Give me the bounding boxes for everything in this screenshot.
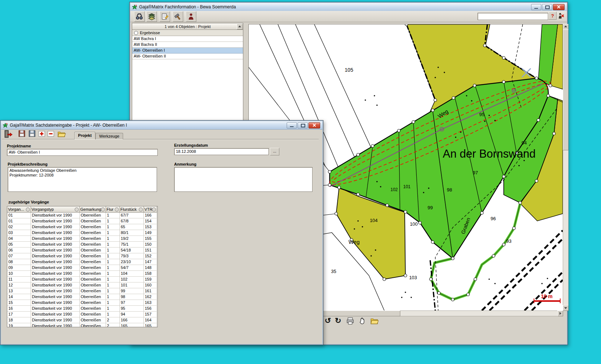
exit-person-icon (558, 12, 565, 19)
tools-button[interactable] (173, 11, 183, 22)
object-list-item[interactable]: AW- Oberreißen II (132, 54, 243, 59)
sort-icon[interactable] (115, 207, 119, 211)
map-label: Weg (349, 239, 360, 245)
table-row[interactable]: 09Dienstbarkeit vor 1990Oberreißen154/71… (7, 265, 157, 271)
table-row[interactable]: 17Dienstbarkeit vor 1990Oberreißen194157 (7, 312, 157, 317)
table-row[interactable]: 08Dienstbarkeit vor 1990Oberreißen123/10… (7, 259, 157, 265)
vertical-thumb[interactable] (563, 29, 569, 150)
table-row[interactable]: 18Dienstbarkeit vor 1990Oberreißen216616… (7, 317, 157, 323)
add-record-button[interactable] (38, 130, 46, 138)
table-header-row: Vorgan... Vorgangstyp Gemarkung Flur Flu… (7, 206, 157, 213)
table-row[interactable]: 07Dienstbarkeit vor 1990Oberreißen179/31… (7, 253, 157, 259)
erstellungsdatum-input[interactable]: 18.12.2008 (174, 148, 269, 155)
table-row[interactable]: 01Dienstbarkeit vor 1990Oberreißen167/81… (7, 218, 157, 224)
rotate-left-icon: ↺ (325, 316, 331, 325)
sort-icon[interactable] (152, 207, 156, 211)
radio-icon (134, 31, 138, 35)
maximize-button[interactable] (298, 122, 308, 128)
projektname-input[interactable]: AW- Oberreißen I (7, 149, 158, 156)
table-row[interactable]: 11Dienstbarkeit vor 1990Oberreißen110215… (7, 277, 157, 282)
table-row[interactable]: 03Dienstbarkeit vor 1990Oberreißen180/11… (7, 230, 157, 236)
help-button[interactable]: ? (549, 12, 557, 20)
scroll-up-button[interactable] (563, 24, 569, 30)
save-all-icon (28, 130, 36, 138)
results-filter-row[interactable]: Ergebnisse (132, 30, 243, 36)
column-header[interactable]: VTR (144, 206, 157, 213)
edit-data-button[interactable] (160, 11, 170, 22)
anmerkung-textarea[interactable] (174, 167, 313, 192)
minimize-button[interactable] (287, 122, 297, 128)
sort-icon[interactable] (101, 207, 105, 211)
object-list-item-selected[interactable]: AW- Oberreißen I (132, 48, 243, 54)
map-label: 100 (410, 221, 418, 227)
table-row[interactable]: 10Dienstbarkeit vor 1990Oberreißen110415… (7, 271, 157, 277)
close-button[interactable] (553, 4, 565, 10)
search-objects-button[interactable] (134, 11, 145, 22)
search-input[interactable] (478, 13, 548, 20)
map-label: 102 (390, 187, 398, 192)
open-record-button[interactable] (57, 130, 66, 138)
map-label: 105 (345, 67, 353, 73)
save-icon (18, 130, 26, 138)
object-list-item[interactable]: AW Bachra I (132, 36, 243, 42)
map-vertical-scrollbar[interactable] (563, 24, 569, 311)
tab-projekt[interactable]: Projekt (74, 132, 95, 139)
table-row[interactable]: 13Dienstbarkeit vor 1990Oberreißen199161 (7, 288, 157, 294)
titlebar[interactable]: Gaja®Matrix Sachdateneingabe - Projekt -… (1, 121, 322, 130)
scroll-right-button[interactable] (557, 310, 563, 316)
person-button[interactable] (186, 11, 196, 22)
save-button[interactable] (18, 130, 26, 138)
save-all-button[interactable] (28, 130, 36, 138)
table-row[interactable]: 19Dienstbarkeit vor 1990Oberreißen216516… (7, 323, 157, 328)
object-list-item[interactable]: AW Bachra II (132, 42, 243, 48)
table-row[interactable]: 12Dienstbarkeit vor 1990Oberreißen110116… (7, 282, 157, 288)
titlebar[interactable]: Gaja®Matrix Fachinformation - Bewa Soemm… (130, 3, 567, 11)
close-button[interactable] (309, 122, 320, 128)
entry-toolbar (1, 129, 322, 139)
map-label: An der Bornswand (443, 147, 535, 160)
sort-icon[interactable] (26, 207, 30, 211)
tab-werkzeuge[interactable]: Werkzeuge (95, 133, 123, 139)
table-row[interactable]: 16Dienstbarkeit vor 1990Oberreißen195156 (7, 306, 157, 312)
minimize-button[interactable] (531, 4, 541, 10)
sort-icon[interactable] (139, 207, 143, 211)
table-row[interactable]: 06Dienstbarkeit vor 1990Oberreißen154/18… (7, 248, 157, 253)
exit-application-button[interactable] (557, 12, 565, 19)
table-row[interactable]: 05Dienstbarkeit vor 1990Oberreißen175/11… (7, 242, 157, 248)
maximize-button[interactable] (542, 4, 552, 10)
map-label: 99 (428, 205, 433, 210)
table-row[interactable]: 04Dienstbarkeit vor 1990Oberreißen119/21… (7, 236, 157, 242)
table-row[interactable]: 02Dienstbarkeit vor 1990Oberreißen165153 (7, 224, 157, 230)
folder-icon (57, 130, 66, 138)
list-scroll-up-button[interactable] (237, 24, 243, 29)
map-label: 35 (331, 269, 336, 274)
remove-record-button[interactable] (47, 130, 55, 138)
window-title: Gaja®Matrix Fachinformation - Bewa Soemm… (139, 4, 236, 9)
close-form-button[interactable] (4, 130, 13, 138)
scroll-down-button[interactable] (563, 305, 569, 311)
layers-button[interactable] (146, 11, 157, 22)
print-map-button[interactable] (346, 317, 354, 325)
column-header[interactable]: Flur (106, 206, 119, 213)
projektbeschreibung-textarea[interactable]: Abwasserleitung Ortslage Oberreißen Proj… (8, 167, 157, 192)
table-row[interactable]: 01Dienstbarkeit vor 1990Oberreißen167/71… (7, 213, 157, 218)
column-header[interactable]: Flurstück (119, 206, 144, 213)
object-list-header-label: 1 von 4 Objekten : Projekt (165, 24, 211, 29)
column-header[interactable]: Vorgan... (7, 206, 31, 213)
date-browse-button[interactable]: ... (270, 148, 279, 155)
pan-button[interactable] (358, 317, 366, 325)
table-row[interactable]: 15Dienstbarkeit vor 1990Oberreißen197163 (7, 300, 157, 306)
main-toolbar: ? (130, 11, 567, 22)
table-row[interactable]: 14Dienstbarkeit vor 1990Oberreißen198162 (7, 294, 157, 300)
rotate-left-button[interactable]: ↺ (323, 316, 332, 325)
sort-icon[interactable] (75, 207, 79, 211)
column-header[interactable]: Gemarkung (79, 206, 106, 213)
column-header[interactable]: Vorgangstyp (31, 206, 79, 213)
rotate-right-button[interactable]: ↻ (334, 316, 342, 325)
projektbeschreibung-label: Projektbeschreibung (8, 162, 47, 166)
open-map-button[interactable] (370, 317, 378, 325)
map-label: 10 m (541, 293, 553, 299)
person-icon (187, 13, 195, 20)
minus-icon (47, 130, 55, 138)
notepad-pencil-icon (161, 13, 169, 20)
